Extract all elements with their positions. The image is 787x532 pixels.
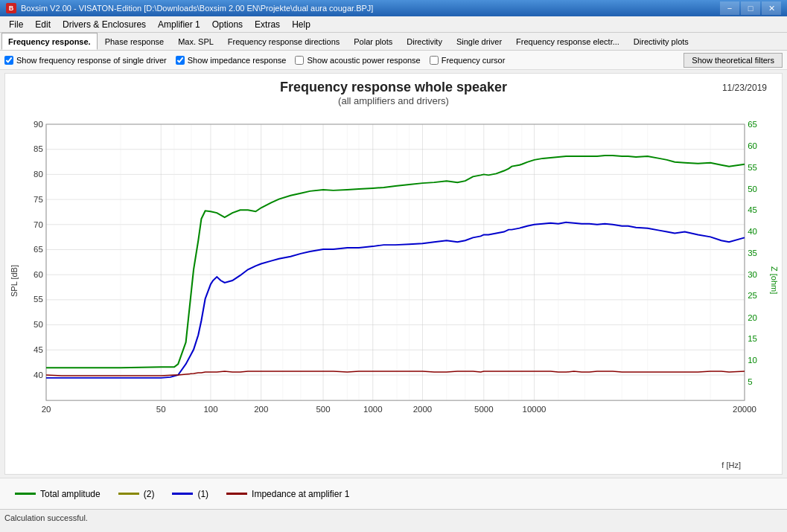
svg-text:500: 500 — [316, 405, 331, 414]
svg-text:50: 50 — [748, 185, 757, 193]
show-impedance-option[interactable]: Show impedance response — [176, 56, 287, 65]
tab-polar-plots[interactable]: Polar plots — [347, 33, 399, 50]
legend-driver2: (2) — [118, 489, 155, 499]
window-controls[interactable]: − □ ✕ — [720, 1, 781, 15]
freq-cursor-option[interactable]: Frequency cursor — [430, 56, 506, 65]
menu-options[interactable]: Options — [206, 16, 249, 32]
y-axis-right-label: Z [ohm] — [770, 124, 779, 437]
svg-text:55: 55 — [34, 295, 43, 304]
chart-svg-area: 90 85 80 75 70 65 60 55 50 45 40 65 60 5… — [46, 124, 745, 437]
show-impedance-checkbox[interactable] — [176, 56, 185, 65]
chart-container: Frequency response whole speaker (all am… — [4, 73, 783, 475]
svg-text:45: 45 — [748, 205, 757, 214]
svg-text:90: 90 — [34, 120, 43, 129]
svg-text:75: 75 — [34, 195, 43, 204]
tab-max-spl[interactable]: Max. SPL — [171, 33, 220, 50]
show-single-option[interactable]: Show frequency response of single driver — [4, 56, 167, 65]
legend-impedance-label: Impedance at amplifier 1 — [252, 489, 349, 499]
show-single-checkbox[interactable] — [4, 56, 13, 65]
app-icon: B — [6, 3, 16, 13]
tab-single-driver[interactable]: Single driver — [450, 33, 509, 50]
svg-text:35: 35 — [748, 249, 757, 257]
svg-text:40: 40 — [748, 228, 757, 237]
total-amplitude-line — [46, 156, 745, 368]
tab-directivity-plots[interactable]: Directivity plots — [627, 33, 695, 50]
svg-text:80: 80 — [34, 170, 43, 179]
svg-text:5: 5 — [748, 377, 752, 386]
tab-phase-response[interactable]: Phase response — [98, 33, 171, 50]
show-theoretical-button[interactable]: Show theoretical filters — [684, 53, 783, 68]
chart-svg: 90 85 80 75 70 65 60 55 50 45 40 65 60 5… — [46, 124, 745, 437]
svg-text:65: 65 — [34, 245, 43, 254]
legend-total-amplitude: Total amplitude — [15, 489, 101, 499]
options-bar: Show frequency response of single driver… — [0, 51, 787, 70]
menu-help[interactable]: Help — [286, 16, 316, 32]
tab-frequency-response[interactable]: Frequency response. — [1, 33, 98, 50]
legend-driver2-line — [118, 493, 139, 495]
svg-text:70: 70 — [34, 220, 43, 229]
svg-text:5000: 5000 — [474, 405, 494, 414]
svg-text:20: 20 — [42, 405, 51, 414]
svg-text:20: 20 — [748, 313, 757, 322]
menu-file[interactable]: File — [3, 16, 29, 32]
status-text: Calculation successful. — [4, 513, 88, 522]
chart-date: 11/23/2019 — [722, 83, 767, 93]
status-bar: Calculation successful. — [0, 509, 787, 525]
chart-main-title: Frequency response whole speaker — [5, 80, 782, 95]
title-bar: B Boxsim V2.00 - VISATON-Edition [D:\Dow… — [0, 0, 787, 16]
y-axis-left-label: SPL [dB] — [10, 124, 19, 437]
menu-edit[interactable]: Edit — [29, 16, 57, 32]
driver1-line — [46, 222, 745, 378]
menu-bar: File Edit Drivers & Enclosures Amplifier… — [0, 16, 787, 33]
menu-drivers-enclosures[interactable]: Drivers & Enclosures — [57, 16, 152, 32]
svg-text:15: 15 — [748, 334, 757, 343]
svg-text:25: 25 — [748, 292, 757, 301]
x-axis-label: f [Hz] — [721, 461, 741, 469]
svg-text:45: 45 — [34, 345, 43, 354]
show-acoustic-checkbox[interactable] — [295, 56, 304, 65]
legend-total-amplitude-line — [15, 493, 36, 495]
svg-text:65: 65 — [748, 120, 757, 129]
svg-text:1000: 1000 — [363, 405, 383, 414]
legend-total-amplitude-label: Total amplitude — [40, 489, 101, 499]
svg-rect-78 — [46, 124, 745, 400]
show-acoustic-option[interactable]: Show acoustic power response — [295, 56, 420, 65]
legend-impedance-line — [226, 493, 247, 495]
svg-text:10: 10 — [748, 356, 757, 365]
svg-text:85: 85 — [34, 144, 43, 153]
menu-amplifier[interactable]: Amplifier 1 — [152, 16, 206, 32]
svg-text:100: 100 — [203, 405, 217, 414]
tab-directivity[interactable]: Directivity — [400, 33, 449, 50]
menu-extras[interactable]: Extras — [249, 16, 286, 32]
freq-cursor-checkbox[interactable] — [430, 56, 439, 65]
legend-driver1: (1) — [172, 489, 208, 499]
chart-sub-title: (all amplifiers and drivers) — [5, 95, 782, 106]
tab-freq-electr[interactable]: Frequency response electr... — [509, 33, 626, 50]
legend: Total amplitude (2) (1) Impedance at amp… — [0, 478, 787, 509]
svg-text:50: 50 — [34, 321, 43, 330]
svg-rect-0 — [46, 124, 745, 400]
minimize-button[interactable]: − — [720, 1, 739, 15]
tab-toolbar: Frequency response. Phase response Max. … — [0, 33, 787, 51]
chart-title-block: Frequency response whole speaker (all am… — [5, 74, 782, 106]
legend-driver1-label: (1) — [197, 489, 208, 499]
svg-text:40: 40 — [34, 371, 43, 379]
legend-driver1-line — [172, 493, 193, 495]
title-text: Boxsim V2.00 - VISATON-Edition [D:\Downl… — [21, 4, 373, 13]
maximize-button[interactable]: □ — [741, 1, 760, 15]
svg-text:20000: 20000 — [733, 405, 756, 414]
svg-text:10000: 10000 — [523, 405, 547, 414]
svg-text:55: 55 — [748, 163, 757, 172]
svg-text:200: 200 — [254, 405, 268, 414]
legend-driver2-label: (2) — [144, 489, 155, 499]
svg-text:30: 30 — [748, 270, 757, 279]
close-button[interactable]: ✕ — [762, 1, 781, 15]
svg-text:50: 50 — [156, 405, 166, 414]
tab-freq-directions[interactable]: Frequency response directions — [221, 33, 346, 50]
svg-text:60: 60 — [748, 142, 757, 151]
svg-text:60: 60 — [34, 270, 43, 279]
svg-text:2000: 2000 — [413, 405, 433, 414]
legend-impedance: Impedance at amplifier 1 — [226, 489, 349, 499]
